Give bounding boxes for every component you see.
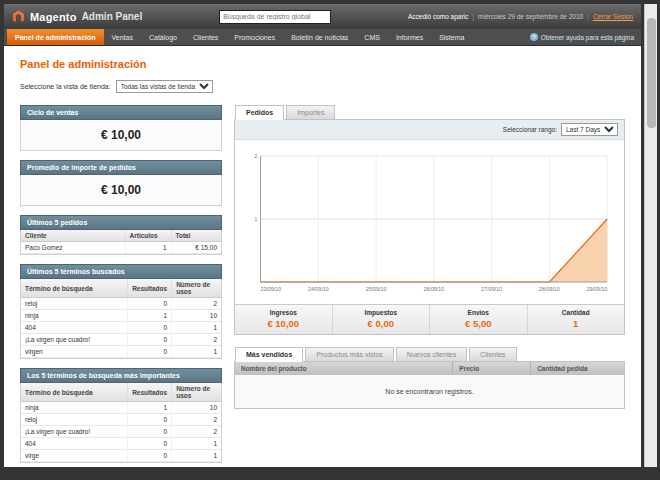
cell-uses: 1 xyxy=(172,346,221,358)
dashboard-main: Pedidos Importes Seleccionar rango: Last… xyxy=(234,105,625,466)
content-area: Panel de administración Seleccione la vi… xyxy=(4,46,641,466)
brand-title: Magento xyxy=(30,11,77,23)
total-shipping: Envíos € 5,00 xyxy=(430,305,528,334)
col-header: Número de usos xyxy=(172,383,221,402)
last-search-terms-title: Últimos 5 términos buscados xyxy=(20,264,222,279)
nav-item-catalog[interactable]: Catálogo xyxy=(141,29,185,45)
cell-term: virge xyxy=(21,450,128,462)
help-label: Obtener ayuda para esta página xyxy=(541,34,634,41)
col-header: Cantidad pedida xyxy=(531,362,624,375)
total-label: Ingresos xyxy=(237,309,330,316)
svg-text:26/09/10: 26/09/10 xyxy=(424,286,445,292)
table-row[interactable]: 404 0 1 xyxy=(21,322,221,334)
svg-text:2: 2 xyxy=(254,153,257,159)
table-row[interactable]: virgen 0 1 xyxy=(21,346,221,358)
sales-chart: 1223/09/1024/09/1025/09/1026/09/1027/09/… xyxy=(245,148,614,298)
table-row[interactable]: ¡La virgen que cuadro! 0 2 xyxy=(21,334,221,346)
store-switcher-select[interactable]: Todas las vistas de tienda xyxy=(116,80,213,93)
col-header: Resultados xyxy=(128,279,172,298)
total-label: Cantidad xyxy=(530,309,623,316)
cell-term: 404 xyxy=(21,438,128,450)
logout-link[interactable]: Cerrar Sesión xyxy=(593,13,633,20)
cell-uses: 2 xyxy=(172,334,221,346)
help-icon: ? xyxy=(530,33,538,41)
page-help-link[interactable]: ? Obtener ayuda para esta página xyxy=(530,29,638,45)
svg-text:24/09/10: 24/09/10 xyxy=(308,286,329,292)
cell-term: reloj xyxy=(21,298,128,310)
col-header: Número de usos xyxy=(172,279,221,298)
grids-block: Más vendidos Productos más vistos Nuevos… xyxy=(234,347,625,409)
nav-item-reports[interactable]: Informes xyxy=(388,29,431,45)
cell-results: 0 xyxy=(128,414,172,426)
table-row[interactable]: ninja 1 10 xyxy=(21,402,221,414)
app-header: Magento Admin Panel Accedió como aparic … xyxy=(4,4,641,29)
header-separator: | xyxy=(472,13,474,20)
table-row[interactable]: Paco Gomez 1 € 15,00 xyxy=(21,242,221,254)
diagram-tabs: Pedidos Importes xyxy=(234,105,625,119)
last-orders-title: Últimos 5 pedidos xyxy=(20,215,222,230)
nav-item-dashboard[interactable]: Panel de administración xyxy=(7,29,104,45)
vertical-scrollbar[interactable] xyxy=(644,4,657,467)
table-row[interactable]: ninja 1 10 xyxy=(21,310,221,322)
logged-in-as: Accedió como aparic xyxy=(408,13,468,20)
nav-item-sales[interactable]: Ventas xyxy=(104,29,141,45)
chart-wrap: 1223/09/1024/09/1025/09/1026/09/1027/09/… xyxy=(235,140,624,298)
tab-most-viewed[interactable]: Productos más vistos xyxy=(305,347,394,362)
tab-customers[interactable]: Clientes xyxy=(469,347,516,362)
svg-text:25/09/10: 25/09/10 xyxy=(366,286,387,292)
cell-term: 404 xyxy=(21,322,128,334)
average-orders-value: € 10,00 xyxy=(20,175,222,206)
cell-term: virgen xyxy=(21,346,128,358)
brand-subtitle: Admin Panel xyxy=(82,11,143,22)
cell-term: ninja xyxy=(21,402,128,414)
average-orders-title: Promedio de importe de pedidos xyxy=(20,160,222,175)
nav-item-newsletter[interactable]: Boletín de noticias xyxy=(283,29,356,45)
cell-uses: 10 xyxy=(172,310,221,322)
cell-term: ninja xyxy=(21,310,128,322)
lifetime-sales-title: Ciclo de ventas xyxy=(20,105,222,120)
tab-new-customers[interactable]: Nuevos clientes xyxy=(396,347,467,362)
main-nav: Panel de administración Ventas Catálogo … xyxy=(4,29,641,46)
tab-bestsellers[interactable]: Más vendidos xyxy=(235,347,303,362)
cell-results: 0 xyxy=(128,322,172,334)
svg-text:28/09/10: 28/09/10 xyxy=(539,286,560,292)
nav-item-system[interactable]: Sistema xyxy=(431,29,472,45)
tab-orders[interactable]: Pedidos xyxy=(235,105,284,120)
total-tax: Impuestos € 0,00 xyxy=(333,305,431,334)
table-row[interactable]: virge 0 1 xyxy=(21,450,221,462)
last-search-terms-table: Término de búsqueda Resultados Número de… xyxy=(21,279,221,358)
header-separator: | xyxy=(587,13,589,20)
cell-results: 0 xyxy=(128,334,172,346)
empty-records-message: No se encontraron registros. xyxy=(235,375,624,408)
cell-uses: 2 xyxy=(172,298,221,310)
cell-results: 0 xyxy=(128,450,172,462)
nav-item-cms[interactable]: CMS xyxy=(356,29,388,45)
table-row[interactable]: 404 0 1 xyxy=(21,438,221,450)
tab-amounts[interactable]: Importes xyxy=(286,105,335,120)
cell-total: € 15,00 xyxy=(171,242,221,254)
nav-item-customers[interactable]: Clientes xyxy=(185,29,226,45)
cell-uses: 10 xyxy=(172,402,221,414)
table-row[interactable]: ¡La virgen que cuadro! 0 2 xyxy=(21,426,221,438)
col-header: Resultados xyxy=(128,383,172,402)
cell-uses: 1 xyxy=(172,450,221,462)
table-row[interactable]: reloj 0 2 xyxy=(21,298,221,310)
grid-tabs: Más vendidos Productos más vistos Nuevos… xyxy=(234,347,625,361)
table-row[interactable]: reloj 0 2 xyxy=(21,414,221,426)
svg-text:1: 1 xyxy=(254,216,257,222)
magento-logo-icon xyxy=(12,10,25,23)
cell-results: 1 xyxy=(128,402,172,414)
last-search-terms-box: Últimos 5 términos buscados Término de b… xyxy=(20,264,222,359)
nav-item-promotions[interactable]: Promociones xyxy=(226,29,283,45)
last-orders-table: Cliente Artículos Total Paco Gomez 1 € 1… xyxy=(21,230,221,254)
cell-results: 0 xyxy=(128,438,172,450)
range-label: Seleccionar rango: xyxy=(503,126,557,133)
range-select[interactable]: Last 7 Days xyxy=(561,123,618,136)
col-header: Nombre del producto xyxy=(235,362,453,375)
header-user-area: Accedió como aparic | miércoles 29 de se… xyxy=(408,13,633,20)
cell-items: 1 xyxy=(125,242,171,254)
global-search-input[interactable] xyxy=(219,10,331,24)
col-header: Término de búsqueda xyxy=(21,279,128,298)
scrollbar-thumb[interactable] xyxy=(647,18,656,128)
total-value: 1 xyxy=(530,318,623,329)
